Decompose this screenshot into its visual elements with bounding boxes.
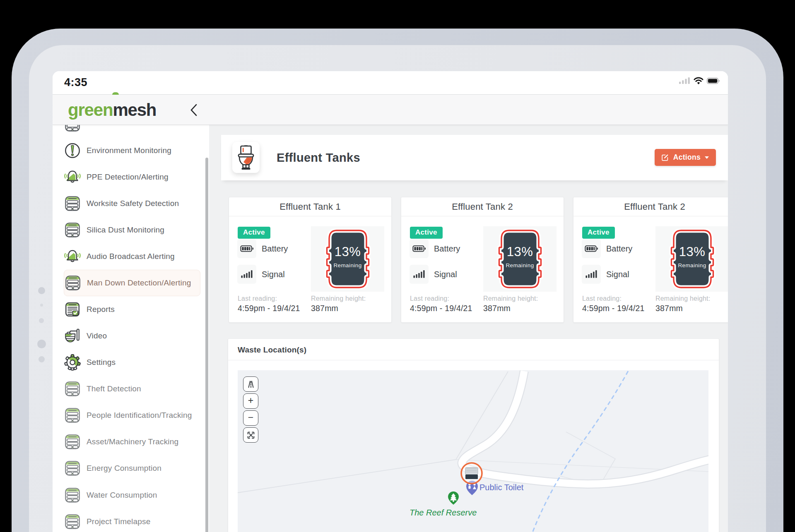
page-header: Effluent Tanks Actions <box>221 135 728 180</box>
map-type-button[interactable] <box>243 376 258 392</box>
status-badge: Active <box>238 227 270 239</box>
battery-icon <box>410 239 429 258</box>
remaining-height-value: 387mm <box>311 304 366 313</box>
wifi-icon <box>694 77 703 84</box>
sidebar-item-asset-tracking[interactable]: Asset/Machinery Tracking <box>64 429 200 455</box>
map-label-reef-reserve: The Reef Reserve <box>410 508 477 518</box>
battery-status-icon <box>707 78 720 84</box>
tank-card-3: Effluent Tank 2 Active Battery Signal <box>573 197 728 323</box>
sidebar-item-reports[interactable]: Reports <box>64 296 200 323</box>
device-icon <box>64 274 82 292</box>
device-icon <box>64 433 81 451</box>
signal-bars-icon <box>237 265 256 284</box>
sidebar-item-theft-detection[interactable]: Theft Detection <box>64 376 200 402</box>
waste-panel-title: Waste Location(s) <box>238 345 306 355</box>
report-icon <box>64 301 81 318</box>
map-label-public-toilet: Public Toilet <box>479 483 523 492</box>
battery-icon <box>582 239 601 258</box>
status-badge: Active <box>582 227 615 239</box>
tablet-device: 4:35 greenmesh <box>12 29 783 532</box>
tank-card-title: Effluent Tank 2 <box>452 201 513 212</box>
waste-locations-panel: Waste Location(s) <box>228 338 719 532</box>
app-navbar: greenmesh <box>53 94 728 125</box>
device-icon <box>64 460 81 477</box>
page-title: Effluent Tanks <box>277 151 360 165</box>
sidebar-item-silica-dust[interactable]: Silica Dust Monitoring <box>64 217 200 243</box>
bell-alert-icon <box>64 168 81 186</box>
sidebar-item-project-timelapse[interactable]: Project Timelapse <box>64 508 200 532</box>
map-controls: + − <box>243 376 258 443</box>
tank-level-graphic: 13% Remaining <box>495 229 545 289</box>
sidebar-item-man-down[interactable]: Man Down Detection/Alerting <box>64 270 200 296</box>
map[interactable]: Public Toilet The Reef Reserve + − <box>238 370 708 532</box>
signal-bars-icon <box>410 265 429 284</box>
sidebar-item-worksite-safety[interactable]: Worksite Safety Detection <box>64 190 200 217</box>
park-pin <box>448 491 459 505</box>
device-icon <box>64 513 81 530</box>
sidebar-item-audio-broadcast[interactable]: Audio Broadcast Alerting <box>64 243 200 270</box>
last-reading-value: 4:59pm - 19/4/21 <box>582 304 645 313</box>
gear-icon <box>64 354 81 371</box>
tank-level-graphic: 13% Remaining <box>323 229 373 289</box>
tank-sensor-marker <box>461 463 482 484</box>
zoom-in-button[interactable]: + <box>243 393 258 409</box>
sidebar-item-environment-monitoring[interactable]: Environment Monitoring <box>64 137 200 164</box>
screen: 4:35 greenmesh <box>53 71 728 532</box>
tank-graphic-panel: 13% Remaining <box>311 226 384 292</box>
status-time: 4:35 <box>64 76 87 89</box>
greenmesh-logo[interactable]: greenmesh <box>68 100 156 120</box>
signal-bars-icon <box>582 265 601 284</box>
edit-icon <box>661 153 669 162</box>
sidebar-item-video[interactable]: Video <box>64 323 200 349</box>
actions-button[interactable]: Actions <box>655 149 716 166</box>
tank-cards-row: Effluent Tank 1 Active Battery Signal <box>229 197 728 323</box>
sidebar-item-water-consumption[interactable]: Water Consumption <box>64 482 200 508</box>
sidebar-item-ppe-detection[interactable]: PPE Detection/Alerting <box>64 164 200 190</box>
fullscreen-button[interactable] <box>243 427 258 443</box>
tank-card-1: Effluent Tank 1 Active Battery Signal <box>229 197 392 323</box>
battery-icon <box>237 239 256 258</box>
alert-circle-icon <box>64 142 81 159</box>
tank-level-graphic: 13% Remaining <box>667 229 718 289</box>
hidden-logo-peek <box>112 92 119 95</box>
tank-card-title: Effluent Tank 1 <box>279 201 341 212</box>
device-icon <box>64 380 81 398</box>
status-bar: 4:35 <box>53 71 728 94</box>
device-icon <box>64 221 81 239</box>
device-icon <box>64 407 81 424</box>
stage: 4:35 greenmesh <box>0 0 795 532</box>
status-badge: Active <box>410 227 443 239</box>
tank-card-title: Effluent Tank 2 <box>624 201 685 212</box>
sidebar: Environment Monitoring PPE Detection/Ale… <box>53 125 209 532</box>
remaining-height-value: 387mm <box>655 304 710 313</box>
tank-card-2: Effluent Tank 2 Active Battery Signal <box>401 197 564 323</box>
device-icon <box>64 486 81 504</box>
sidebar-item-settings[interactable]: Settings <box>64 349 200 376</box>
sidebar-item-people-identification[interactable]: People Identification/Tracking <box>64 402 200 429</box>
sidebar-item-energy-consumption[interactable]: Energy Consumption <box>64 455 200 482</box>
zoom-out-button[interactable]: − <box>243 410 258 426</box>
toilet-icon <box>236 145 256 170</box>
remaining-height-value: 387mm <box>483 304 538 313</box>
toilet-icon-card <box>232 142 260 173</box>
last-reading-value: 4:59pm - 19/4/21 <box>410 304 472 313</box>
main-content: Effluent Tanks Actions Effluent Tank 1 A… <box>209 125 728 532</box>
cellular-signal-icon <box>679 77 690 84</box>
sidebar-scrollbar[interactable] <box>205 158 208 532</box>
bell-alert-icon <box>64 248 81 265</box>
last-reading-value: 4:59pm - 19/4/21 <box>238 304 300 313</box>
cctv-icon <box>64 327 81 345</box>
tank-graphic-panel: 13% Remaining <box>655 226 728 292</box>
tank-graphic-panel: 13% Remaining <box>483 226 556 292</box>
device-icon <box>64 195 81 212</box>
back-chevron-icon[interactable] <box>190 103 198 118</box>
caret-down-icon <box>705 156 709 159</box>
